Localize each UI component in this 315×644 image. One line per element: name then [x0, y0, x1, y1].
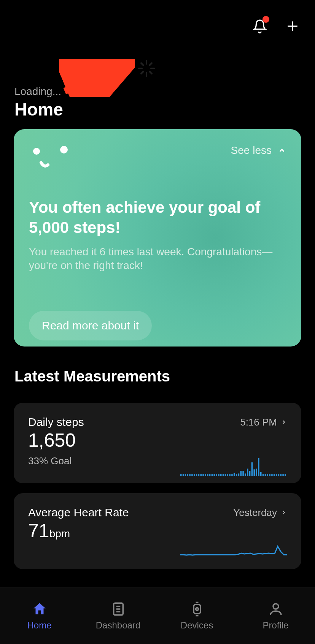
svg-rect-55	[274, 474, 275, 476]
notification-dot	[262, 16, 269, 23]
see-less-button[interactable]: See less	[231, 144, 286, 157]
steps-sparkline	[180, 457, 287, 476]
svg-rect-46	[254, 469, 255, 476]
svg-line-7	[141, 71, 143, 74]
heart-value: 71bpm	[28, 520, 287, 542]
insight-title: You often achieve your goal of 5,000 ste…	[29, 198, 286, 237]
svg-rect-19	[194, 474, 195, 476]
svg-line-10	[65, 66, 124, 91]
svg-rect-54	[271, 474, 273, 476]
svg-rect-28	[214, 474, 215, 476]
nav-profile-label: Profile	[262, 620, 288, 631]
chevron-right-icon	[281, 510, 287, 516]
svg-rect-45	[251, 462, 253, 476]
nav-dashboard-label: Dashboard	[96, 620, 140, 631]
svg-rect-33	[225, 474, 226, 476]
svg-rect-22	[200, 474, 202, 476]
svg-rect-25	[207, 474, 208, 476]
svg-rect-26	[209, 474, 211, 476]
svg-rect-21	[198, 474, 200, 476]
svg-rect-40	[240, 471, 242, 476]
insight-subtitle: You reached it 6 times last week. Congra…	[29, 245, 286, 273]
nav-home-label: Home	[27, 620, 51, 631]
annotation-arrow	[59, 59, 135, 97]
page-title: Home	[14, 99, 63, 120]
home-icon	[32, 601, 48, 617]
chevron-up-icon	[278, 146, 286, 155]
svg-line-9	[141, 63, 143, 65]
steps-time: 5:16 PM	[240, 416, 277, 428]
profile-icon	[268, 601, 284, 617]
svg-rect-65	[194, 604, 200, 614]
bottom-nav: Home Dashboard Devices Profile	[0, 587, 315, 644]
svg-line-3	[150, 63, 152, 65]
see-less-label: See less	[231, 144, 272, 157]
svg-rect-53	[269, 474, 270, 476]
svg-rect-42	[245, 473, 246, 476]
steps-value: 1,650	[28, 429, 287, 451]
svg-point-11	[33, 148, 40, 155]
svg-rect-37	[234, 473, 235, 476]
section-title: Latest Measurements	[14, 368, 170, 385]
loading-label: Loading...	[14, 85, 63, 98]
nav-devices[interactable]: Devices	[158, 587, 236, 644]
plus-icon	[285, 19, 300, 33]
heart-sparkline	[180, 543, 287, 560]
nav-devices-label: Devices	[181, 620, 213, 631]
svg-rect-27	[212, 474, 213, 476]
svg-rect-15	[185, 474, 186, 476]
svg-rect-36	[231, 474, 233, 476]
svg-rect-44	[249, 471, 251, 476]
svg-point-69	[273, 604, 278, 609]
svg-rect-23	[202, 474, 204, 476]
svg-rect-51	[265, 474, 266, 476]
heart-rate-card[interactable]: Average Heart Rate Yesterday 71bpm	[14, 493, 301, 569]
svg-rect-31	[220, 474, 222, 476]
svg-rect-48	[258, 458, 259, 476]
loading-spinner-icon	[137, 59, 156, 78]
chevron-right-icon	[281, 419, 287, 425]
svg-rect-32	[223, 474, 224, 476]
heart-label: Average Heart Rate	[28, 506, 129, 519]
svg-rect-59	[282, 474, 284, 476]
svg-rect-13	[180, 474, 182, 476]
read-more-button[interactable]: Read more about it	[29, 311, 152, 340]
nav-profile[interactable]: Profile	[236, 587, 315, 644]
smiley-icon	[29, 144, 71, 175]
heart-time: Yesterday	[233, 507, 277, 519]
add-button[interactable]	[285, 19, 300, 35]
svg-rect-52	[267, 474, 269, 476]
svg-rect-41	[242, 471, 244, 476]
svg-rect-20	[196, 474, 197, 476]
svg-rect-49	[260, 472, 262, 476]
svg-rect-18	[191, 474, 193, 476]
daily-steps-card[interactable]: Daily steps 5:16 PM 1,650 33% Goal	[14, 403, 301, 483]
svg-rect-29	[216, 474, 217, 476]
insight-card: See less You often achieve your goal of …	[14, 129, 301, 347]
svg-rect-43	[247, 469, 248, 476]
svg-rect-35	[229, 474, 231, 476]
svg-rect-56	[276, 474, 277, 476]
svg-rect-30	[218, 474, 220, 476]
svg-rect-34	[227, 474, 229, 476]
svg-rect-14	[183, 474, 184, 476]
nav-home[interactable]: Home	[0, 587, 79, 644]
svg-rect-24	[205, 474, 206, 476]
svg-rect-60	[285, 474, 286, 476]
svg-rect-47	[256, 469, 257, 476]
svg-rect-58	[280, 474, 282, 476]
svg-rect-38	[236, 474, 237, 476]
svg-point-66	[196, 608, 198, 610]
devices-icon	[189, 601, 205, 617]
svg-point-12	[60, 146, 68, 153]
steps-label: Daily steps	[28, 416, 84, 429]
svg-rect-16	[187, 474, 189, 476]
dashboard-icon	[110, 601, 126, 617]
svg-rect-17	[189, 474, 191, 476]
svg-rect-50	[262, 474, 264, 476]
svg-rect-57	[278, 474, 280, 476]
svg-line-5	[150, 71, 152, 74]
notifications-button[interactable]	[253, 18, 267, 36]
svg-rect-39	[238, 473, 240, 476]
nav-dashboard[interactable]: Dashboard	[79, 587, 158, 644]
